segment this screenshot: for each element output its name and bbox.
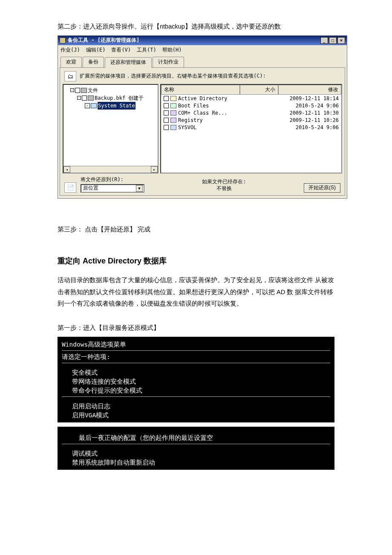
item-modified: 2010-5-24 9:06: [276, 124, 339, 130]
ad-icon: [170, 96, 176, 101]
checkbox[interactable]: [75, 88, 80, 93]
step2-intro: 第二步：进入还原向导操作。运行【ntbackup】选择高级模式，选中要还原的数: [58, 21, 334, 32]
list-header: 名称 大小 修改: [161, 85, 341, 95]
start-restore-button[interactable]: 开始还原(S): [304, 183, 340, 193]
item-modified: 2009-12-11 10:30: [276, 110, 339, 116]
boot-option[interactable]: 带命令行提示的安全模式: [62, 386, 330, 395]
boot-prompt: 请选定一种选项:: [62, 353, 330, 361]
menu-edit[interactable]: 编辑(E): [86, 46, 106, 54]
boot-option[interactable]: 带网络连接的安全模式: [62, 377, 330, 386]
restore-to-label: 将文件还原到(R):: [81, 176, 144, 183]
scroll-left-icon[interactable]: ◂: [63, 166, 70, 173]
restore-to-combo[interactable]: 原位置 ▼: [81, 184, 144, 193]
restore-panel: 🗂 扩展所需的媒体项目，选择要还原的项目。右键单击某个媒体项目查看其选项(C):…: [60, 67, 345, 196]
expand-icon[interactable]: -: [77, 96, 81, 100]
exists-value: 不替换: [149, 185, 300, 192]
checkbox[interactable]: [164, 110, 169, 116]
tree-backup-label: Backup.bkf 创建于: [95, 94, 144, 102]
tree-root[interactable]: - 文件: [66, 87, 156, 94]
item-name: Boot Files: [178, 103, 209, 109]
tree-system-state-label: System State: [98, 102, 135, 110]
divider: [62, 396, 330, 397]
list-item[interactable]: SYSVOL 2010-5-24 9:06: [161, 124, 341, 131]
step3: 第三步： 点击【开始还原】 完成: [58, 224, 334, 235]
boot-option[interactable]: 禁用系统故障时自动重新启动: [62, 458, 330, 467]
menu-bar: 作业(J) 编辑(E) 查看(V) 工具(T) 帮助(H): [58, 45, 347, 55]
divider: [62, 444, 330, 444]
panel-instruction: 扩展所需的媒体项目，选择要还原的项目。右键单击某个媒体项目查看其选项(C):: [80, 72, 266, 80]
tab-backup[interactable]: 备份: [83, 57, 104, 67]
checkbox[interactable]: [164, 103, 169, 108]
boot-option[interactable]: 启用VGA模式: [62, 411, 330, 420]
boot-option[interactable]: 调试模式: [62, 449, 330, 458]
com-icon: [170, 110, 176, 116]
window-title: 备份工具 - [还原和管理媒体]: [68, 37, 320, 44]
list-item[interactable]: Boot Files 2010-5-24 9:06: [161, 102, 341, 109]
bootfiles-icon: [170, 103, 176, 108]
menu-help[interactable]: 帮助(H): [162, 46, 182, 54]
boot-heading: Windows高级选项菜单: [62, 340, 330, 349]
col-modified[interactable]: 修改: [278, 85, 341, 95]
item-modified: 2009-12-11 18:14: [276, 95, 339, 101]
file-icon: [88, 95, 94, 101]
item-modified: 2010-5-24 9:06: [276, 103, 339, 109]
checkbox[interactable]: [82, 95, 87, 101]
menu-tools[interactable]: 工具(T): [137, 46, 156, 54]
chevron-down-icon[interactable]: ▼: [136, 185, 143, 192]
list-item[interactable]: Registry 2009-12-11 10:26: [161, 116, 341, 124]
minimize-button[interactable]: _: [320, 37, 328, 44]
item-name: SYSVOL: [178, 124, 196, 130]
tab-schedule[interactable]: 计划作业: [153, 57, 184, 67]
menu-job[interactable]: 作业(J): [61, 46, 80, 54]
boot-last-known-good[interactable]: 最后一夜正确的配置（您的起作用的最近设置空: [62, 434, 330, 442]
paragraph-intro: 活动目录的数据库包含了大量的核心信息，应该妥善保护。为了安全起见，应该将这些文件…: [58, 275, 334, 310]
item-name: Active Directory: [178, 95, 228, 101]
app-icon: [60, 38, 66, 43]
tree-pane[interactable]: - 文件 - Backup.bkf 创建于: [63, 84, 159, 173]
tab-restore[interactable]: 还原和管理媒体: [105, 57, 152, 68]
restore-to-value: 原位置: [83, 185, 98, 192]
list-item[interactable]: COM+ Class Re... 2009-12-11 10:30: [161, 109, 341, 116]
divider: [62, 363, 330, 363]
col-size[interactable]: 大小: [240, 85, 278, 95]
list-item[interactable]: Active Directory 2009-12-11 18:14: [161, 95, 341, 102]
boot-menu: Windows高级选项菜单 请选定一种选项: 安全模式 带网络连接的安全模式 带…: [58, 337, 334, 422]
tab-welcome[interactable]: 欢迎: [61, 57, 82, 67]
maximize-button[interactable]: □: [329, 37, 337, 44]
system-state-icon: [91, 103, 97, 108]
scroll-right-icon[interactable]: ▸: [151, 166, 158, 173]
step1: 第一步：进入【目录服务还原模式】: [58, 323, 334, 333]
footer-icon: 📄: [64, 182, 76, 193]
tree-root-label: 文件: [88, 87, 98, 94]
exists-label: 如果文件已经存在:: [149, 178, 300, 185]
tree-system-state[interactable]: System State: [66, 102, 156, 110]
titlebar: 备份工具 - [还原和管理媒体] _ □ ×: [58, 36, 347, 45]
menu-view[interactable]: 查看(V): [111, 46, 131, 54]
divider: [62, 350, 330, 351]
item-name: Registry: [178, 117, 203, 123]
checkbox[interactable]: [85, 103, 90, 108]
checkbox[interactable]: [164, 118, 169, 123]
registry-icon: [170, 118, 176, 123]
panel-icon: 🗂: [64, 71, 76, 81]
item-name: COM+ Class Re...: [178, 110, 228, 116]
sysvol-icon: [170, 125, 176, 130]
checkbox[interactable]: [164, 125, 169, 130]
tape-icon: [81, 88, 87, 93]
boot-menu-continued: 最后一夜正确的配置（您的起作用的最近设置空 调试模式 禁用系统故障时自动重新启动: [58, 427, 334, 470]
list-pane[interactable]: 名称 大小 修改 Active Directory 2009-12-11 18:…: [160, 84, 342, 173]
tab-bar: 欢迎 备份 还原和管理媒体 计划作业: [58, 55, 347, 67]
restore-footer: 📄 将文件还原到(R): 原位置 ▼ 如果文件已经存在: 不替换 开始还原(S): [63, 175, 342, 193]
checkbox[interactable]: [164, 96, 169, 101]
boot-option[interactable]: 安全模式: [62, 368, 330, 377]
heading-redirect-ad-db: 重定向 Active Directory 数据库: [58, 256, 334, 266]
item-modified: 2009-12-11 10:26: [276, 117, 339, 123]
tree-scrollbar[interactable]: ◂ ▸: [63, 166, 158, 173]
backup-window: 备份工具 - [还原和管理媒体] _ □ × 作业(J) 编辑(E) 查看(V)…: [58, 35, 347, 199]
expand-icon[interactable]: -: [70, 88, 74, 92]
col-name[interactable]: 名称: [161, 85, 240, 95]
close-button[interactable]: ×: [337, 37, 345, 44]
boot-option[interactable]: 启用启动日志: [62, 402, 330, 411]
tree-backup-file[interactable]: - Backup.bkf 创建于: [66, 94, 156, 102]
